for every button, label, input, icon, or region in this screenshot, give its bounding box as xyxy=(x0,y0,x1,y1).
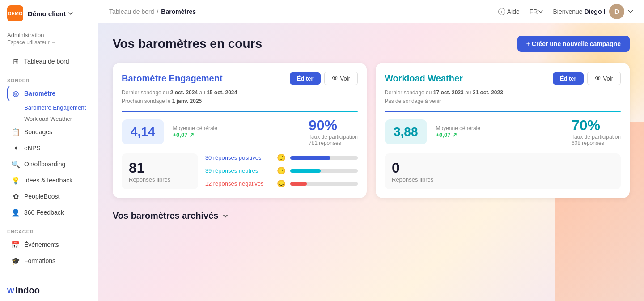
user-info[interactable]: Bienvenue Diego ! D xyxy=(553,4,633,19)
card1-change: +0,07 ↗ xyxy=(173,131,300,138)
barometers-grid: Baromètre Engagement Éditer 👁 Voir Derni… xyxy=(113,63,630,198)
sidebar: DÉMO Démo client Administration Espace u… xyxy=(0,0,98,301)
card1-percent: 90% xyxy=(309,117,358,134)
card1-view-button[interactable]: 👁 Voir xyxy=(324,72,358,85)
positive-emoji-icon: 🙂 xyxy=(277,153,286,162)
card1-divider xyxy=(122,111,358,112)
positive-bar-bg xyxy=(290,156,358,160)
barometre-engagement-card: Baromètre Engagement Éditer 👁 Voir Derni… xyxy=(113,63,367,198)
breadcrumb-separator: / xyxy=(157,8,158,15)
engager-section: ENGAGER 📅 Événements 🎓 Formations xyxy=(0,223,98,271)
windoo-branding: windoo xyxy=(0,280,98,301)
card2-title: Workload Weather xyxy=(385,73,463,84)
sidebar-header: DÉMO Démo client xyxy=(0,0,98,27)
card1-edit-button[interactable]: Éditer xyxy=(290,72,321,85)
card2-responses-section: 0 Réponses libres xyxy=(385,153,621,189)
barometre-submenu: Baromètre Engagement Workload Weather xyxy=(7,102,91,124)
espace-link[interactable]: Espace utilisateur → xyxy=(7,39,91,46)
sidebar-item-onoffboarding[interactable]: 🔍 On/offboarding xyxy=(7,157,91,172)
language-selector[interactable]: FR xyxy=(527,6,546,17)
admin-label: Administration xyxy=(7,32,91,38)
neutral-emoji-icon: 😐 xyxy=(277,166,286,175)
ideas-icon: 💡 xyxy=(12,176,20,184)
breadcrumb-current: Baromètres xyxy=(161,8,196,15)
card1-neutral-text: 39 réponses neutres xyxy=(205,167,272,174)
sidebar-item-360-feedback[interactable]: 👤 360 Feedback xyxy=(7,205,91,220)
card2-actions: Éditer 👁 Voir xyxy=(553,72,621,85)
card1-responses-section: 81 Réponses libres 30 réponses positives… xyxy=(122,153,358,189)
card2-score-value: 3,88 xyxy=(394,125,418,139)
help-button[interactable]: i Aide xyxy=(498,8,520,15)
workload-weather-card: Workload Weather Éditer 👁 Voir Dernier s… xyxy=(376,63,630,198)
card2-divider xyxy=(385,111,621,112)
topbar-right: i Aide FR Bienvenue Diego ! D xyxy=(498,4,633,19)
lang-chevron-icon xyxy=(538,10,543,13)
card2-participation: 70% Taux de participation 608 réponses xyxy=(572,117,621,146)
card1-moyenne-label: Moyenne générale xyxy=(173,125,300,131)
negative-bar-bg xyxy=(290,182,358,186)
archive-section[interactable]: Vos baromètres archivés xyxy=(113,211,630,221)
help-icon: i xyxy=(498,8,505,15)
feedback360-icon: 👤 xyxy=(12,208,20,216)
card1-stat-middle: Moyenne générale +0,07 ↗ xyxy=(173,125,300,138)
user-chevron-icon xyxy=(628,10,633,13)
card2-percent: 70% xyxy=(572,117,621,134)
negative-bar-fill xyxy=(290,182,307,186)
sidebar-item-evenements[interactable]: 📅 Événements xyxy=(7,237,91,252)
negative-emoji-icon: 😞 xyxy=(277,179,286,188)
archive-title: Vos baromètres archivés xyxy=(113,211,218,221)
card2-view-button[interactable]: 👁 Voir xyxy=(587,72,621,85)
sonder-section: SONDER ◎ Baromètre Baromètre Engagement … xyxy=(0,72,98,223)
enps-icon: ✦ xyxy=(12,144,20,152)
sentiment-negative-row: 12 réponses négatives 😞 xyxy=(205,179,358,188)
create-campaign-button[interactable]: + Créer une nouvelle campagne xyxy=(517,36,630,52)
company-selector[interactable]: Démo client xyxy=(28,10,74,17)
eye-icon-2: 👁 xyxy=(595,75,601,82)
evenements-icon: 📅 xyxy=(12,241,20,249)
chevron-down-icon xyxy=(68,10,74,17)
sentiment-positive-row: 30 réponses positives 🙂 xyxy=(205,153,358,162)
sidebar-item-idees-feedback[interactable]: 💡 Idées & feedback xyxy=(7,173,91,188)
formations-icon: 🎓 xyxy=(12,257,20,265)
onoffboarding-icon: 🔍 xyxy=(12,160,20,168)
card2-stat-middle: Moyenne générale +0,07 ↗ xyxy=(436,125,563,138)
chevron-down-archive-icon xyxy=(222,212,229,220)
sidebar-item-enps[interactable]: ✦ eNPS xyxy=(7,140,91,156)
sidebar-sub-workload-weather[interactable]: Workload Weather xyxy=(20,113,91,124)
card2-change: +0,07 ↗ xyxy=(436,131,563,138)
windoo-logo-text: windoo xyxy=(7,285,91,296)
sidebar-item-peopleboost[interactable]: ✿ PeopleBoost xyxy=(7,189,91,204)
sentiment-neutral-row: 39 réponses neutres 😐 xyxy=(205,166,358,175)
dashboard-icon: ⊞ xyxy=(12,57,20,65)
sidebar-item-barometre[interactable]: ◎ Baromètre xyxy=(7,86,91,101)
card1-score-value: 4,14 xyxy=(131,125,155,139)
breadcrumb: Tableau de bord / Baromètres xyxy=(109,8,196,15)
page-header: Vos baromètres en cours + Créer une nouv… xyxy=(113,36,630,52)
card2-stats: 3,88 Moyenne générale +0,07 ↗ 70% Taux d… xyxy=(385,117,621,146)
card2-edit-button[interactable]: Éditer xyxy=(553,72,584,85)
card2-score-box: 3,88 xyxy=(385,119,427,144)
card1-header: Baromètre Engagement Éditer 👁 Voir xyxy=(122,72,358,85)
sidebar-item-sondages[interactable]: 📋 Sondages xyxy=(7,124,91,140)
breadcrumb-home[interactable]: Tableau de bord xyxy=(109,8,154,15)
topbar: Tableau de bord / Baromètres i Aide FR B… xyxy=(98,0,644,23)
main-content: Tableau de bord / Baromètres i Aide FR B… xyxy=(98,0,644,301)
sidebar-sub-barometre-engagement[interactable]: Baromètre Engagement xyxy=(20,102,91,113)
sidebar-item-formations[interactable]: 🎓 Formations xyxy=(7,253,91,268)
card1-free-responses: 81 Réponses libres xyxy=(122,153,198,189)
card2-header: Workload Weather Éditer 👁 Voir xyxy=(385,72,621,85)
main-nav-section: ⊞ Tableau de bord xyxy=(0,47,98,72)
card2-free-count: 0 xyxy=(392,160,614,176)
sidebar-item-tableau-de-bord[interactable]: ⊞ Tableau de bord xyxy=(7,54,91,69)
admin-section: Administration Espace utilisateur → xyxy=(0,27,98,47)
sonder-title: SONDER xyxy=(7,78,91,86)
barometre-icon: ◎ xyxy=(12,89,20,98)
card2-free-responses: 0 Réponses libres xyxy=(385,153,621,189)
card1-participation: 90% Taux de participation 781 réponses xyxy=(309,117,358,146)
peopleboost-icon: ✿ xyxy=(12,192,20,200)
card2-subtitle: Dernier sondage du 17 oct. 2023 au 31 oc… xyxy=(385,89,621,106)
card1-free-label: Réponses libres xyxy=(129,176,191,183)
card2-moyenne-label: Moyenne générale xyxy=(436,125,563,131)
card1-actions: Éditer 👁 Voir xyxy=(290,72,358,85)
eye-icon: 👁 xyxy=(332,75,338,82)
